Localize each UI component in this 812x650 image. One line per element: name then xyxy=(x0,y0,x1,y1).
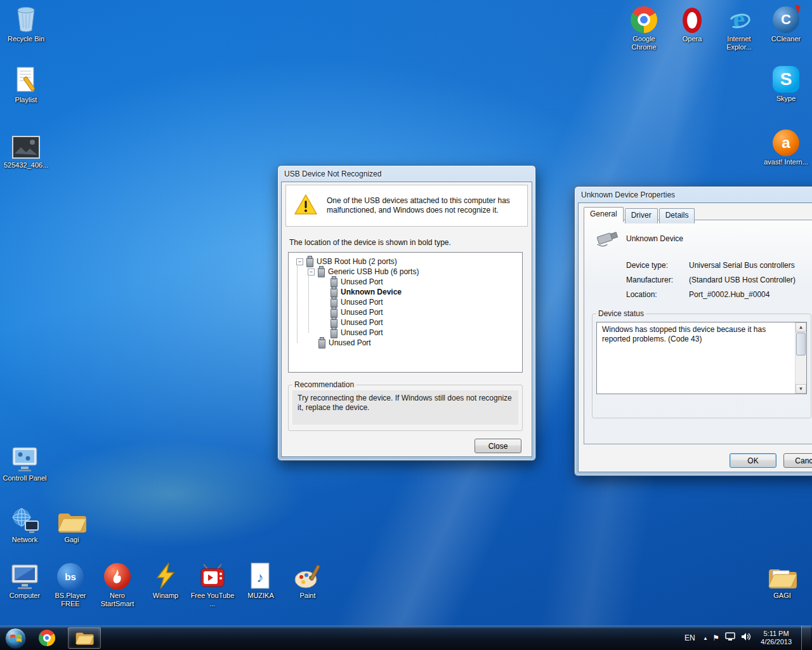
tree-collapse-icon[interactable]: − xyxy=(296,258,303,265)
properties-dialog-title: Unknown Device Properties xyxy=(581,190,675,199)
device-properties-dialog: Unknown Device Properties General Driver… xyxy=(574,186,812,476)
desktop-icon-skype[interactable]: S Skype xyxy=(764,63,808,103)
desktop-icon-playlist[interactable]: Playlist xyxy=(4,65,48,104)
tree-item-port[interactable]: Unused Port xyxy=(291,277,520,287)
control-panel-icon xyxy=(3,443,47,472)
desktop-icon-internet-explorer[interactable]: e Internet Explor... xyxy=(717,4,761,51)
tree-item-label[interactable]: USB Root Hub (2 ports) xyxy=(317,257,397,266)
tree-item-hub[interactable]: − Generic USB Hub (6 ports) xyxy=(291,267,520,277)
taskbar-chrome-button[interactable] xyxy=(31,628,63,648)
action-center-flag-icon[interactable]: ⚑ xyxy=(712,633,719,642)
avast-icon: a xyxy=(764,127,808,156)
desktop-icon-bsplayer[interactable]: bs BS.Player FREE xyxy=(48,560,93,608)
desktop-icon-label: Google Chrome xyxy=(622,35,666,51)
location-hint-text: The location of the device is shown in b… xyxy=(289,238,451,247)
usb-hub-icon xyxy=(318,268,325,277)
tree-item-unknown-device[interactable]: Unknown Device xyxy=(291,287,520,297)
desktop-icon-ccleaner[interactable]: C CCleaner xyxy=(764,4,808,43)
properties-dialog-titlebar[interactable]: Unknown Device Properties xyxy=(575,187,812,202)
image-file-icon xyxy=(4,130,48,159)
chrome-icon xyxy=(39,630,55,646)
desktop-icon-nero[interactable]: Nero StartSmart xyxy=(95,560,140,608)
volume-icon[interactable] xyxy=(741,632,751,644)
desktop-icon-label: Gagi xyxy=(49,536,94,544)
clock-date: 4/26/2013 xyxy=(761,638,792,646)
tree-item-label[interactable]: Unused Port xyxy=(329,338,371,347)
tree-item-label[interactable]: Unused Port xyxy=(341,318,383,327)
usb-device-dialog: USB Device Not Recognized One of the USB… xyxy=(277,165,536,461)
desktop-icon-network[interactable]: Network xyxy=(3,505,47,544)
tree-item-port[interactable]: Unused Port xyxy=(291,328,520,338)
desktop-icon-google-chrome[interactable]: Google Chrome xyxy=(622,4,666,51)
desktop-icon-winamp[interactable]: Winamp xyxy=(143,560,188,600)
properties-dialog-body: General Driver Details Unknown Device De… xyxy=(578,202,812,472)
tab-details[interactable]: Details xyxy=(659,208,695,223)
desktop-icon-free-youtube[interactable]: Free YouTube ... xyxy=(190,560,235,608)
ok-button[interactable]: OK xyxy=(730,453,776,468)
desktop-icon-folder-gagi[interactable]: Gagi xyxy=(49,505,94,544)
tree-item-label[interactable]: Unused Port xyxy=(341,328,383,337)
clock[interactable]: 5:11 PM 4/26/2013 xyxy=(757,630,796,646)
desktop-icon-opera[interactable]: Opera xyxy=(670,4,714,43)
taskbar: EN ▴ ⚑ 5:11 PM 4/26/2013 xyxy=(0,625,812,650)
scroll-down-icon[interactable]: ▼ xyxy=(796,384,806,394)
desktop-icon-paint[interactable]: Paint xyxy=(285,560,330,600)
chrome-icon xyxy=(622,4,666,33)
winamp-lightning-icon xyxy=(143,560,188,590)
display-icon[interactable] xyxy=(725,632,735,644)
field-label: Location: xyxy=(626,290,657,299)
tab-driver[interactable]: Driver xyxy=(625,208,658,223)
tree-item-label[interactable]: Unused Port xyxy=(341,277,383,286)
nero-flame-icon xyxy=(95,560,140,590)
usb-dialog-body: One of the USB devices attached to this … xyxy=(281,182,532,457)
desktop-icon-recycle-bin[interactable]: Recycle Bin xyxy=(4,4,48,43)
desktop-icon-label: Nero StartSmart xyxy=(95,592,140,608)
windows-logo-icon xyxy=(10,632,22,644)
tab-general[interactable]: General xyxy=(584,207,624,222)
desktop-icon-label: Free YouTube ... xyxy=(190,592,235,608)
hidden-icons-arrow[interactable]: ▴ xyxy=(704,635,707,641)
tree-item-port[interactable]: Unused Port xyxy=(291,307,520,317)
scrollbar[interactable]: ▲ ▼ xyxy=(795,322,806,394)
scrollbar-thumb[interactable] xyxy=(796,333,806,355)
close-button[interactable]: Close xyxy=(475,439,521,453)
paint-palette-icon xyxy=(285,560,330,590)
desktop-icon-muzika[interactable]: ♪ MUZIKA xyxy=(239,560,283,600)
tree-item-label[interactable]: Unknown Device xyxy=(341,288,402,296)
desktop-icon-label: MUZIKA xyxy=(239,592,283,600)
usb-device-tree: − USB Root Hub (2 ports) − Generic USB H… xyxy=(288,252,523,373)
tree-collapse-icon[interactable]: − xyxy=(308,269,315,275)
computer-icon xyxy=(3,560,47,590)
tree-item-port[interactable]: Unused Port xyxy=(291,297,520,307)
tree-item-root[interactable]: − USB Root Hub (2 ports) xyxy=(291,256,520,267)
cancel-button[interactable]: Cancel xyxy=(783,453,812,468)
scroll-up-icon[interactable]: ▲ xyxy=(796,322,806,332)
recommendation-text: Try reconnecting the device. If Windows … xyxy=(292,390,518,425)
tree-item-label[interactable]: Unused Port xyxy=(341,308,383,317)
desktop-icon-computer[interactable]: Computer xyxy=(3,560,47,600)
folder-icon xyxy=(760,560,804,590)
desktop-icon-control-panel[interactable]: Controll Panel xyxy=(3,443,47,482)
tree-item-label[interactable]: Generic USB Hub (6 ports) xyxy=(328,267,419,276)
recycle-bin-icon xyxy=(4,4,48,33)
usb-connector-icon xyxy=(596,228,621,249)
device-status-box[interactable]: Windows has stopped this device because … xyxy=(596,322,807,394)
desktop-icon-label: Network xyxy=(3,536,47,544)
tree-item-port[interactable]: Unused Port xyxy=(291,317,520,328)
tree-item-port[interactable]: Unused Port xyxy=(291,338,520,348)
device-status-text: Windows has stopped this device because … xyxy=(597,322,806,347)
start-button[interactable] xyxy=(5,628,26,649)
desktop-icon-image-file[interactable]: 525432_406... xyxy=(4,130,48,169)
internet-explorer-icon: e xyxy=(717,4,761,33)
desktop-icon-label: Paint xyxy=(285,592,330,600)
usb-dialog-titlebar[interactable]: USB Device Not Recognized xyxy=(278,166,535,182)
desktop-icon-label: Recycle Bin xyxy=(4,35,48,43)
taskbar-explorer-button[interactable] xyxy=(68,627,101,649)
desktop-icon-label: Controll Panel xyxy=(3,474,47,482)
tree-item-label[interactable]: Unused Port xyxy=(341,298,383,307)
language-indicator[interactable]: EN xyxy=(681,632,698,644)
show-desktop-button[interactable] xyxy=(801,626,811,650)
desktop-icon-label: avast! Intern... xyxy=(764,158,808,166)
desktop-icon-folder-gagi-2[interactable]: GAGI xyxy=(760,560,804,600)
desktop-icon-avast[interactable]: a avast! Intern... xyxy=(764,127,808,166)
